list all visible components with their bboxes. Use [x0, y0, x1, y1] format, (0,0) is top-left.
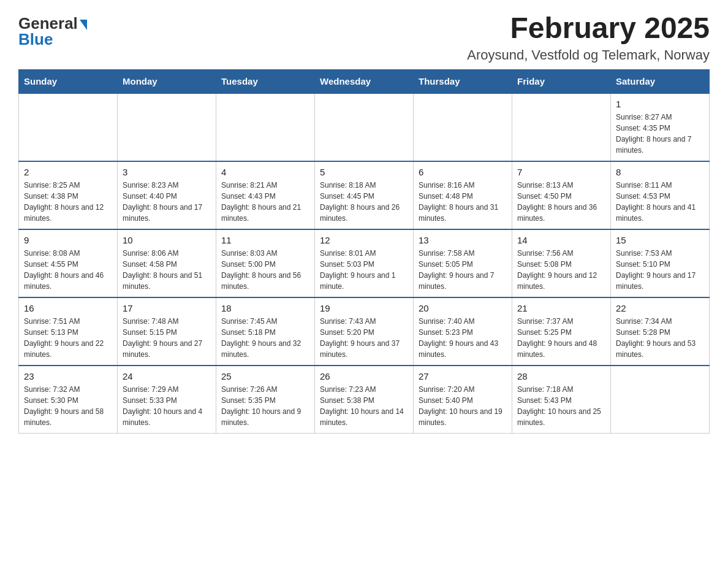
month-title: February 2025 — [467, 12, 710, 45]
day-number: 14 — [517, 235, 605, 245]
page: General Blue February 2025 Aroysund, Ves… — [0, 0, 728, 452]
day-cell: 10Sunrise: 8:06 AMSunset: 4:58 PMDayligh… — [118, 229, 216, 297]
day-number: 2 — [24, 167, 112, 177]
day-info: Sunrise: 8:08 AMSunset: 4:55 PMDaylight:… — [24, 248, 112, 292]
day-info: Sunrise: 8:18 AMSunset: 4:45 PMDaylight:… — [320, 180, 408, 224]
weekday-header-tuesday: Tuesday — [216, 69, 315, 93]
title-section: February 2025 Aroysund, Vestfold og Tele… — [467, 12, 710, 63]
day-number: 7 — [517, 167, 605, 177]
day-cell: 3Sunrise: 8:23 AMSunset: 4:40 PMDaylight… — [118, 161, 216, 229]
day-cell: 1Sunrise: 8:27 AMSunset: 4:35 PMDaylight… — [611, 93, 710, 161]
day-cell: 5Sunrise: 8:18 AMSunset: 4:45 PMDaylight… — [315, 161, 414, 229]
day-number: 3 — [123, 167, 211, 177]
day-number: 28 — [517, 371, 605, 381]
day-cell: 9Sunrise: 8:08 AMSunset: 4:55 PMDaylight… — [19, 229, 118, 297]
day-cell: 14Sunrise: 7:56 AMSunset: 5:08 PMDayligh… — [512, 229, 611, 297]
day-number: 5 — [320, 167, 408, 177]
day-cell: 25Sunrise: 7:26 AMSunset: 5:35 PMDayligh… — [216, 366, 315, 434]
location-title: Aroysund, Vestfold og Telemark, Norway — [467, 47, 710, 63]
day-cell: 2Sunrise: 8:25 AMSunset: 4:38 PMDaylight… — [19, 161, 118, 229]
day-number: 16 — [24, 303, 112, 313]
day-info: Sunrise: 8:21 AMSunset: 4:43 PMDaylight:… — [221, 180, 309, 224]
day-info: Sunrise: 7:23 AMSunset: 5:38 PMDaylight:… — [320, 384, 408, 428]
day-cell: 16Sunrise: 7:51 AMSunset: 5:13 PMDayligh… — [19, 297, 118, 366]
day-info: Sunrise: 7:26 AMSunset: 5:35 PMDaylight:… — [221, 384, 309, 428]
day-cell: 6Sunrise: 8:16 AMSunset: 4:48 PMDaylight… — [414, 161, 512, 229]
day-info: Sunrise: 7:32 AMSunset: 5:30 PMDaylight:… — [24, 384, 112, 428]
weekday-header-friday: Friday — [512, 69, 611, 93]
day-info: Sunrise: 8:13 AMSunset: 4:50 PMDaylight:… — [517, 180, 605, 224]
day-info: Sunrise: 8:11 AMSunset: 4:53 PMDaylight:… — [616, 180, 704, 224]
week-row-2: 2Sunrise: 8:25 AMSunset: 4:38 PMDaylight… — [19, 161, 710, 229]
day-info: Sunrise: 8:27 AMSunset: 4:35 PMDaylight:… — [616, 112, 704, 156]
day-info: Sunrise: 7:34 AMSunset: 5:28 PMDaylight:… — [616, 316, 704, 360]
day-number: 10 — [123, 235, 211, 245]
day-info: Sunrise: 7:48 AMSunset: 5:15 PMDaylight:… — [123, 316, 211, 360]
day-info: Sunrise: 7:51 AMSunset: 5:13 PMDaylight:… — [24, 316, 112, 360]
day-number: 24 — [123, 371, 211, 381]
day-number: 4 — [221, 167, 309, 177]
day-cell: 17Sunrise: 7:48 AMSunset: 5:15 PMDayligh… — [118, 297, 216, 366]
day-info: Sunrise: 7:20 AMSunset: 5:40 PMDaylight:… — [419, 384, 507, 428]
day-info: Sunrise: 7:53 AMSunset: 5:10 PMDaylight:… — [616, 248, 704, 292]
day-info: Sunrise: 7:56 AMSunset: 5:08 PMDaylight:… — [517, 248, 605, 292]
logo: General Blue — [18, 12, 87, 47]
day-cell — [19, 93, 118, 161]
day-cell: 28Sunrise: 7:18 AMSunset: 5:43 PMDayligh… — [512, 366, 611, 434]
day-info: Sunrise: 7:43 AMSunset: 5:20 PMDaylight:… — [320, 316, 408, 360]
day-cell: 22Sunrise: 7:34 AMSunset: 5:28 PMDayligh… — [611, 297, 710, 366]
day-number: 23 — [24, 371, 112, 381]
day-number: 25 — [221, 371, 309, 381]
day-info: Sunrise: 8:06 AMSunset: 4:58 PMDaylight:… — [123, 248, 211, 292]
day-info: Sunrise: 8:23 AMSunset: 4:40 PMDaylight:… — [123, 180, 211, 224]
day-cell: 21Sunrise: 7:37 AMSunset: 5:25 PMDayligh… — [512, 297, 611, 366]
day-cell: 4Sunrise: 8:21 AMSunset: 4:43 PMDaylight… — [216, 161, 315, 229]
week-row-3: 9Sunrise: 8:08 AMSunset: 4:55 PMDaylight… — [19, 229, 710, 297]
day-cell — [118, 93, 216, 161]
day-cell: 23Sunrise: 7:32 AMSunset: 5:30 PMDayligh… — [19, 366, 118, 434]
day-cell: 19Sunrise: 7:43 AMSunset: 5:20 PMDayligh… — [315, 297, 414, 366]
day-info: Sunrise: 7:40 AMSunset: 5:23 PMDaylight:… — [419, 316, 507, 360]
day-info: Sunrise: 8:01 AMSunset: 5:03 PMDaylight:… — [320, 248, 408, 292]
weekday-header-wednesday: Wednesday — [315, 69, 414, 93]
header: General Blue February 2025 Aroysund, Ves… — [18, 12, 710, 63]
day-number: 19 — [320, 303, 408, 313]
week-row-4: 16Sunrise: 7:51 AMSunset: 5:13 PMDayligh… — [19, 297, 710, 366]
day-cell: 12Sunrise: 8:01 AMSunset: 5:03 PMDayligh… — [315, 229, 414, 297]
day-number: 9 — [24, 235, 112, 245]
logo-general: General — [18, 15, 78, 31]
week-row-5: 23Sunrise: 7:32 AMSunset: 5:30 PMDayligh… — [19, 366, 710, 434]
day-number: 6 — [419, 167, 507, 177]
day-cell: 11Sunrise: 8:03 AMSunset: 5:00 PMDayligh… — [216, 229, 315, 297]
day-info: Sunrise: 8:03 AMSunset: 5:00 PMDaylight:… — [221, 248, 309, 292]
day-number: 21 — [517, 303, 605, 313]
day-number: 27 — [419, 371, 507, 381]
day-cell — [216, 93, 315, 161]
day-cell — [315, 93, 414, 161]
calendar: SundayMondayTuesdayWednesdayThursdayFrid… — [18, 69, 710, 434]
logo-blue: Blue — [18, 31, 53, 47]
day-cell: 24Sunrise: 7:29 AMSunset: 5:33 PMDayligh… — [118, 366, 216, 434]
day-number: 13 — [419, 235, 507, 245]
day-info: Sunrise: 7:18 AMSunset: 5:43 PMDaylight:… — [517, 384, 605, 428]
day-cell: 13Sunrise: 7:58 AMSunset: 5:05 PMDayligh… — [414, 229, 512, 297]
day-cell: 27Sunrise: 7:20 AMSunset: 5:40 PMDayligh… — [414, 366, 512, 434]
day-number: 1 — [616, 99, 704, 109]
day-number: 11 — [221, 235, 309, 245]
day-number: 12 — [320, 235, 408, 245]
day-cell: 20Sunrise: 7:40 AMSunset: 5:23 PMDayligh… — [414, 297, 512, 366]
day-number: 22 — [616, 303, 704, 313]
day-info: Sunrise: 7:37 AMSunset: 5:25 PMDaylight:… — [517, 316, 605, 360]
day-cell: 26Sunrise: 7:23 AMSunset: 5:38 PMDayligh… — [315, 366, 414, 434]
day-number: 17 — [123, 303, 211, 313]
day-number: 15 — [616, 235, 704, 245]
weekday-header-monday: Monday — [118, 69, 216, 93]
weekday-header-row: SundayMondayTuesdayWednesdayThursdayFrid… — [19, 69, 710, 93]
day-cell — [512, 93, 611, 161]
logo-arrow-icon — [80, 20, 87, 30]
day-info: Sunrise: 7:45 AMSunset: 5:18 PMDaylight:… — [221, 316, 309, 360]
weekday-header-saturday: Saturday — [611, 69, 710, 93]
day-cell: 15Sunrise: 7:53 AMSunset: 5:10 PMDayligh… — [611, 229, 710, 297]
day-number: 20 — [419, 303, 507, 313]
weekday-header-sunday: Sunday — [19, 69, 118, 93]
